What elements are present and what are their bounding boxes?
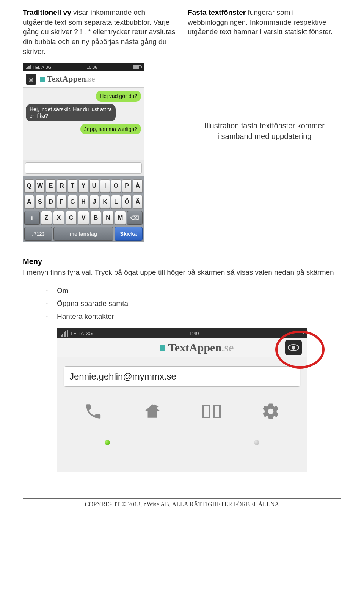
conversation-area: Hej vad gör du?Hej, inget särskilt. Har … <box>23 88 144 160</box>
intro-left: Traditionell vy visar inkommande och utg… <box>23 8 176 56</box>
key-Z[interactable]: Z <box>41 211 52 225</box>
key-I[interactable]: I <box>100 179 110 193</box>
left-column: Traditionell vy visar inkommande och utg… <box>23 8 176 242</box>
app-header: ■TextAppen.se <box>57 338 307 357</box>
brand-main: TextAppen <box>168 341 222 354</box>
key-backspace[interactable]: ⌫ <box>127 211 143 225</box>
meny-section: Meny I menyn finns fyra val. Tryck på ög… <box>23 257 341 487</box>
intro-right: Fasta textfönster fungerar som i webbinl… <box>188 8 341 37</box>
footer-copyright: COPYRIGHT © 2013, nWise AB, ALLA RÄTTIGH… <box>23 498 341 515</box>
network-label: 3G <box>46 65 52 69</box>
network-label: 3G <box>86 331 93 336</box>
key-R[interactable]: R <box>57 179 67 193</box>
key-Ä[interactable]: Ä <box>133 195 143 209</box>
app-body: Jennie.gehlin@mymmx.se <box>57 357 307 472</box>
key-P[interactable]: P <box>122 179 132 193</box>
meny-heading: Meny <box>23 257 341 266</box>
status-bar: TELIA 3G 10:36 <box>23 63 144 71</box>
app-header: ◉ ■TextAppen.se <box>23 71 144 88</box>
message-bubble: Hej vad gör du? <box>96 91 141 102</box>
signal-bars-icon <box>26 65 31 69</box>
status-dot-green <box>105 440 110 445</box>
key-V[interactable]: V <box>78 211 89 225</box>
key-T[interactable]: T <box>68 179 78 193</box>
key-S[interactable]: S <box>35 195 45 209</box>
key-J[interactable]: J <box>89 195 99 209</box>
key-space[interactable]: mellanslag <box>53 227 113 241</box>
intro-right-bold: Fasta textfönster <box>188 8 246 16</box>
app-brand: ■TextAppen.se <box>159 341 234 354</box>
key-F[interactable]: F <box>57 195 67 209</box>
clock-label: 10:36 <box>87 65 97 69</box>
key-N[interactable]: N <box>102 211 114 225</box>
meny-list: -Om-Öppna sparade samtal-Hantera kontakt… <box>46 284 341 323</box>
message-bubble: Hej, inget särskilt. Har du lust att ta … <box>26 104 116 121</box>
contacts-icon[interactable] <box>198 398 225 425</box>
action-icons <box>64 398 300 425</box>
call-icon[interactable] <box>80 398 107 425</box>
key-L[interactable]: L <box>111 195 121 209</box>
meny-list-item: -Om <box>46 284 341 297</box>
meny-list-item: -Hantera kontakter <box>46 310 341 323</box>
status-dots <box>64 440 300 445</box>
key-send[interactable]: Skicka <box>115 227 143 241</box>
status-dot-grey <box>254 440 259 445</box>
key-W[interactable]: W <box>35 179 45 193</box>
menu-eye-button[interactable] <box>285 340 302 355</box>
home-send-icon[interactable] <box>139 398 166 425</box>
eye-icon[interactable]: ◉ <box>26 74 36 85</box>
brand-suffix: .se <box>86 74 95 83</box>
battery-icon <box>133 65 141 69</box>
status-bar: TELIA 3G 11:40 <box>57 328 307 338</box>
key-G[interactable]: G <box>68 195 78 209</box>
meny-text: I menyn finns fyra val. Tryck på ögat up… <box>23 268 341 277</box>
key-Å[interactable]: Å <box>133 179 143 193</box>
signal-bars-icon <box>61 330 68 337</box>
key-Q[interactable]: Q <box>24 179 34 193</box>
meny-list-item: -Öppna sparade samtal <box>46 297 341 310</box>
key-X[interactable]: X <box>53 211 64 225</box>
carrier-label: TELIA <box>70 331 84 336</box>
address-input[interactable]: Jennie.gehlin@mymmx.se <box>64 366 300 387</box>
key-K[interactable]: K <box>100 195 110 209</box>
key-B[interactable]: B <box>90 211 102 225</box>
brand-suffix: .se <box>221 341 234 354</box>
key-Ö[interactable]: Ö <box>122 195 132 209</box>
svg-point-1 <box>292 346 295 350</box>
message-input[interactable] <box>25 162 142 174</box>
intro-left-bold: Traditionell vy <box>23 8 71 16</box>
keyboard: QWERTYUIOPÅ ASDFGHJKLÖÄ ⇧ZXCVBNM⌫ .?123 … <box>23 176 144 242</box>
key-O[interactable]: O <box>111 179 121 193</box>
key-D[interactable]: D <box>46 195 56 209</box>
key-M[interactable]: M <box>115 211 126 225</box>
key-H[interactable]: H <box>78 195 88 209</box>
intro-columns: Traditionell vy visar inkommande och utg… <box>23 8 341 242</box>
message-input-bar <box>23 160 144 176</box>
fixed-window-illustration: Illustration fasta textfönster kommer i … <box>188 44 341 218</box>
clock-label: 11:40 <box>187 331 199 336</box>
key-Y[interactable]: Y <box>78 179 88 193</box>
settings-icon[interactable] <box>257 398 284 425</box>
right-column: Fasta textfönster fungerar som i webbinl… <box>188 8 341 242</box>
battery-icon <box>293 331 303 335</box>
brand-main: TextAppen <box>47 74 86 83</box>
key-shift[interactable]: ⇧ <box>24 211 40 225</box>
key-U[interactable]: U <box>89 179 99 193</box>
key-E[interactable]: E <box>46 179 56 193</box>
key-A[interactable]: A <box>24 195 34 209</box>
fixedbox-caption: Illustration fasta textfönster kommer i … <box>203 120 326 142</box>
key-123[interactable]: .?123 <box>24 227 52 241</box>
key-C[interactable]: C <box>66 211 77 225</box>
app-brand: ■TextAppen.se <box>39 74 95 85</box>
signal-group: TELIA 3G <box>26 65 51 69</box>
carrier-label: TELIA <box>33 65 44 69</box>
message-bubble: Jepp, samma vanliga? <box>80 124 141 135</box>
address-value: Jennie.gehlin@mymmx.se <box>69 371 176 382</box>
phone-screenshot-menu: TELIA 3G 11:40 ■TextAppen.se Jennie.gehl… <box>23 328 341 487</box>
phone-screenshot-conversation: TELIA 3G 10:36 ◉ ■TextAppen.se Hej vad g… <box>23 63 144 242</box>
